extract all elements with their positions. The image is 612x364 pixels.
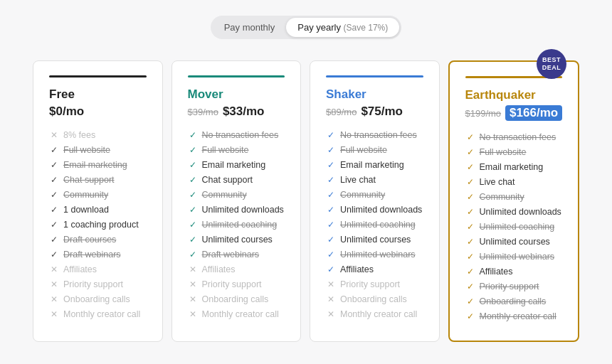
feature-text: Full website: [340, 145, 387, 155]
feature-item: ✓ Unlimited coaching: [188, 220, 285, 230]
plan-name-earthquaker: Earthquaker: [465, 88, 563, 102]
check-icon: ✓: [49, 205, 59, 215]
feature-item: ✓ Live chat: [326, 175, 423, 185]
x-icon: ✕: [49, 130, 59, 140]
check-icon: ✓: [465, 147, 475, 157]
check-icon: ✓: [465, 282, 475, 291]
check-icon: ✓: [326, 250, 336, 259]
feature-text: Affiliates: [63, 264, 97, 274]
check-icon: ✓: [326, 145, 336, 155]
feature-item: ✓ Email marketing: [326, 160, 423, 170]
feature-text: Full website: [202, 145, 249, 155]
plan-bar-free: [49, 75, 147, 77]
check-icon: ✓: [465, 207, 475, 217]
plans-container: Free$0/mo ✕ 8% fees ✓ Full website ✓ Ema…: [14, 60, 598, 342]
feature-text: Chat support: [202, 175, 253, 185]
check-icon: ✓: [49, 235, 59, 245]
price-original-shaker: $89/mo: [326, 107, 357, 117]
billing-toggle: Pay monthly Pay yearly (Save 17%): [211, 16, 402, 39]
feature-text: 1 download: [63, 205, 109, 215]
feature-item: ✓ Full website: [188, 145, 285, 155]
plan-bar-mover: [188, 75, 285, 77]
check-icon: ✓: [465, 296, 475, 306]
feature-text: Unlimited downloads: [480, 207, 561, 217]
feature-item: ✓ Unlimited downloads: [188, 205, 285, 215]
check-icon: ✓: [188, 190, 198, 200]
feature-item: ✓ Unlimited courses: [326, 235, 423, 245]
pay-monthly-button[interactable]: Pay monthly: [213, 18, 287, 37]
feature-item: ✕ Onboarding calls: [188, 294, 285, 304]
plan-card-free: Free$0/mo ✕ 8% fees ✓ Full website ✓ Ema…: [33, 60, 163, 342]
feature-item: ✕ Onboarding calls: [49, 294, 147, 304]
features-list-earthquaker: ✓ No transaction fees ✓ Full website ✓ E…: [465, 132, 563, 321]
plan-price-row-mover: $39/mo$33/mo: [188, 105, 285, 119]
feature-text: 8% fees: [63, 130, 95, 140]
feature-text: Unlimited downloads: [202, 205, 284, 215]
check-icon: ✓: [465, 267, 475, 277]
feature-item: ✓ Email marketing: [465, 162, 563, 172]
feature-text: Onboarding calls: [202, 294, 269, 304]
feature-text: Unlimited webinars: [340, 250, 416, 259]
feature-item: ✓ Unlimited coaching: [465, 222, 563, 232]
feature-item: ✓ Chat support: [49, 175, 147, 185]
feature-item: ✕ Affiliates: [49, 264, 147, 274]
feature-text: Monthly creator call: [202, 309, 279, 319]
feature-item: ✓ Email marketing: [49, 160, 147, 170]
feature-text: Draft webinars: [63, 250, 121, 259]
feature-text: Affiliates: [202, 264, 236, 274]
x-icon: ✕: [188, 279, 198, 289]
feature-item: ✓ Unlimited webinars: [465, 252, 563, 262]
check-icon: ✓: [465, 162, 475, 172]
features-list-shaker: ✓ No transaction fees ✓ Full website ✓ E…: [326, 130, 423, 319]
feature-text: Affiliates: [480, 267, 513, 277]
feature-text: Unlimited webinars: [480, 252, 555, 262]
check-icon: ✓: [188, 235, 198, 245]
check-icon: ✓: [326, 160, 336, 170]
feature-item: ✓ Affiliates: [326, 264, 423, 274]
feature-item: ✓ Live chat: [465, 177, 563, 187]
feature-item: ✕ Onboarding calls: [326, 294, 423, 304]
feature-text: Email marketing: [340, 160, 404, 170]
feature-item: ✓ Community: [49, 190, 147, 200]
check-icon: ✓: [326, 130, 336, 140]
check-icon: ✓: [326, 235, 336, 245]
price-current-free: $0/mo: [49, 105, 84, 119]
feature-item: ✕ Monthly creator call: [49, 309, 147, 319]
x-icon: ✕: [326, 279, 336, 289]
save-badge: (Save 17%): [344, 23, 389, 33]
feature-item: ✓ Monthly creator call: [465, 311, 563, 321]
feature-item: ✓ No transaction fees: [188, 130, 285, 140]
feature-item: ✓ No transaction fees: [326, 130, 423, 140]
feature-text: Unlimited coaching: [480, 222, 555, 232]
feature-item: ✓ Unlimited downloads: [465, 207, 563, 217]
feature-text: No transaction fees: [480, 132, 556, 142]
x-icon: ✕: [326, 294, 336, 304]
feature-text: Community: [202, 190, 247, 200]
feature-text: Onboarding calls: [480, 296, 547, 306]
x-icon: ✕: [188, 309, 198, 319]
check-icon: ✓: [465, 177, 475, 187]
feature-item: ✕ Priority support: [326, 279, 423, 289]
plan-price-row-free: $0/mo: [49, 105, 147, 119]
feature-item: ✓ Draft courses: [49, 235, 147, 245]
feature-text: Unlimited courses: [340, 235, 411, 245]
feature-text: Live chat: [340, 175, 376, 185]
check-icon: ✓: [326, 220, 336, 230]
x-icon: ✕: [326, 309, 336, 319]
pay-yearly-button[interactable]: Pay yearly (Save 17%): [286, 18, 399, 37]
check-icon: ✓: [188, 130, 198, 140]
feature-item: ✓ Community: [188, 190, 285, 200]
feature-item: ✓ Full website: [326, 145, 423, 155]
plan-name-mover: Mover: [188, 87, 285, 102]
feature-text: Community: [340, 190, 385, 200]
check-icon: ✓: [188, 250, 198, 259]
check-icon: ✓: [49, 145, 59, 155]
feature-text: Unlimited coaching: [202, 220, 278, 230]
feature-text: Monthly creator call: [63, 309, 140, 319]
feature-item: ✓ Priority support: [465, 282, 563, 291]
feature-text: Onboarding calls: [63, 294, 130, 304]
feature-item: ✕ Monthly creator call: [188, 309, 285, 319]
feature-text: No transaction fees: [202, 130, 279, 140]
feature-item: ✕ Affiliates: [188, 264, 285, 274]
feature-text: Onboarding calls: [340, 294, 407, 304]
